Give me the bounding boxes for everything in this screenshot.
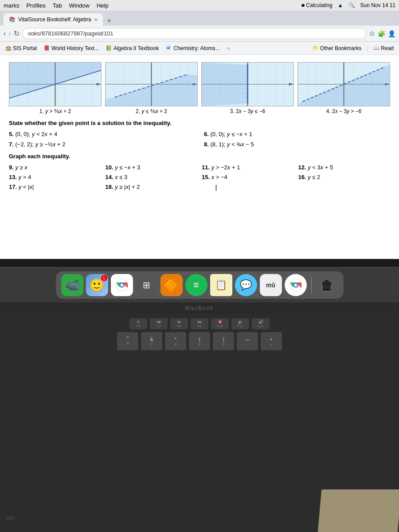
vol-up-icon: 🔊 — [258, 320, 263, 324]
dock-trash[interactable]: 🗑 — [316, 274, 338, 296]
key-f6[interactable]: ☀ F6 — [129, 318, 147, 329]
chrome-icon — [115, 278, 129, 292]
browser-window: 📚 VitalSource Bookshelf: Algebra ✕ + ‹ ›… — [0, 11, 399, 259]
dock-area: 📹 🙂 1 ⊞ 🔶 — [0, 268, 399, 302]
dock: 📹 🙂 1 ⊞ 🔶 — [56, 271, 344, 299]
bookmark-chemistry[interactable]: ⚗️ Chemistry: Atoms... — [164, 44, 221, 52]
problem-13: 13. y > 4 — [9, 173, 101, 181]
dock-messages[interactable]: 💬 — [235, 274, 257, 296]
world-history-icon: 📕 — [44, 45, 50, 51]
problem-14: 14. x ≤ 3 — [106, 173, 198, 181]
dock-chrome-2[interactable] — [285, 274, 307, 296]
graph-2: 2. y ≤ ⅔x + 2 — [105, 62, 198, 114]
bookmark-read[interactable]: 📖 Read — [372, 44, 395, 52]
bookmark-algebra-label: Algebra II Textbook — [113, 45, 159, 51]
graph-box-1 — [9, 62, 102, 106]
next-track-icon: ⏭ — [198, 320, 202, 324]
svg-marker-20 — [202, 63, 248, 106]
facetime-icon: 📹 — [65, 278, 79, 292]
tab-close-button[interactable]: ✕ — [94, 17, 98, 22]
key-f10[interactable]: 🔇 F10 — [211, 318, 229, 329]
key-f8[interactable]: ⏯ F8 — [170, 318, 188, 329]
key-8[interactable]: *8 — [165, 332, 186, 350]
dock-muse[interactable]: mû — [260, 274, 282, 296]
menubar: marks Profiles Tab Window Help ■ Calcula… — [0, 0, 399, 11]
profile-icon[interactable]: 👤 — [388, 30, 395, 37]
key-9[interactable]: (9 — [189, 332, 210, 350]
menu-help[interactable]: Help — [97, 2, 109, 9]
key-equals[interactable]: += — [261, 332, 282, 350]
problems-5-8: 5. (0, 0); y < 2x + 4 6. (0, 0); y ≤ −x … — [9, 130, 390, 149]
algebra-icon: 📗 — [106, 45, 112, 51]
svg-point-31 — [121, 284, 123, 286]
key-0[interactable]: )0 — [213, 332, 234, 350]
key-minus[interactable]: —- — [237, 332, 258, 350]
key-f9[interactable]: ⏭ F9 — [191, 318, 208, 329]
folder-icon: 📁 — [313, 45, 319, 51]
key-f12[interactable]: 🔊 F12 — [252, 318, 270, 329]
extension-icon[interactable]: 🧩 — [378, 30, 385, 37]
desk-notepad — [317, 489, 399, 532]
sis-icon: 🏫 — [5, 45, 12, 51]
forward-button[interactable]: › — [8, 30, 11, 38]
address-bar-row: ‹ › ↻ ☆ 🧩 👤 — [0, 26, 399, 42]
new-tab-button[interactable]: + — [105, 17, 114, 25]
dock-facetime[interactable]: 📹 — [61, 274, 83, 296]
mute-icon: 🔇 — [218, 320, 223, 324]
problem-8: 8. (8, 1); y < ¾x − 5 — [204, 140, 390, 149]
messages-icon: 💬 — [240, 279, 252, 291]
dock-finder[interactable]: 🙂 1 — [86, 274, 108, 296]
address-input[interactable] — [22, 28, 366, 39]
dock-chrome[interactable] — [111, 274, 133, 296]
graph-3: 3. 2x − 3y ≤ −6 — [201, 62, 294, 114]
corner-label: p01 — [7, 515, 15, 520]
problem-7: 7. (−2, 2); y ≥ −½x + 2 — [9, 140, 195, 149]
main-key-row: ^6 &7 *8 (9 )0 —- += — [13, 332, 386, 350]
bookmark-sis-label: SIS Portal — [13, 45, 37, 51]
play-pause-icon: ⏯ — [177, 320, 181, 324]
key-f11[interactable]: 🔉 F11 — [231, 318, 249, 329]
dock-launchpad[interactable]: ⊞ — [136, 274, 158, 296]
search-icon[interactable]: 🔍 — [348, 2, 355, 8]
tab-vitalsource[interactable]: 📚 VitalSource Bookshelf: Algebra ✕ — [4, 13, 103, 26]
graph-box-4 — [297, 62, 390, 106]
status-calculating: ■ Calculating — [301, 2, 332, 8]
chemistry-icon: ⚗️ — [166, 45, 172, 51]
reload-button[interactable]: ↻ — [14, 29, 20, 38]
bookmark-world-history[interactable]: 📕 World History Text... — [42, 44, 101, 52]
dock-notes[interactable]: 📋 — [210, 274, 232, 296]
graph-box-3 — [201, 62, 294, 106]
dock-spotify[interactable]: ≡ — [185, 274, 207, 296]
bookmark-other-label: Other Bookmarks — [320, 45, 361, 51]
trash-icon: 🗑 — [321, 278, 333, 293]
section2-header: Graph each inequality. — [9, 153, 390, 160]
bookmark-algebra[interactable]: 📗 Algebra II Textbook — [104, 44, 161, 52]
menu-marks[interactable]: marks — [4, 2, 19, 9]
bookmark-star-icon[interactable]: ☆ — [369, 29, 375, 38]
graph-box-2 — [105, 62, 198, 106]
dock-badge-1: 1 — [101, 275, 107, 281]
menu-window[interactable]: Window — [69, 2, 90, 9]
problem-10: 10. y ≤ −x + 3 — [106, 163, 198, 172]
key-f7[interactable]: ⏮ F7 — [150, 318, 168, 329]
prev-track-icon: ⏮ — [157, 320, 161, 324]
back-button[interactable]: ‹ — [4, 30, 6, 38]
problem-18: 18. y ≥ |x| + 2 — [106, 183, 198, 194]
problem-12: 12. y < 3x + 5 — [298, 163, 391, 172]
dock-blender[interactable]: 🔶 — [160, 274, 183, 296]
graph-problems: 9. y ≥ x 10. y ≤ −x + 3 11. y > −2x + 1 … — [9, 163, 390, 194]
key-7[interactable]: &7 — [141, 332, 162, 350]
menu-profiles[interactable]: Profiles — [26, 2, 45, 9]
section1-header: State whether the given point is a solut… — [9, 120, 390, 126]
bookmark-sis-portal[interactable]: 🏫 SIS Portal — [4, 44, 39, 52]
graph-2-label: 2. y ≤ ⅔x + 2 — [136, 108, 167, 114]
bookmark-other[interactable]: 📁 Other Bookmarks — [311, 44, 363, 52]
chrome2-icon — [289, 278, 302, 292]
muse-icon: mû — [266, 282, 275, 289]
key-shift-left[interactable]: ^6 — [117, 332, 138, 350]
page-content: 1. y > ⅔x + 2 — [0, 55, 399, 259]
bookmark-world-history-label: World History Text... — [51, 45, 99, 51]
blender-icon: 🔶 — [164, 278, 179, 293]
menu-tab[interactable]: Tab — [53, 2, 62, 9]
tab-favicon: 📚 — [9, 16, 16, 23]
